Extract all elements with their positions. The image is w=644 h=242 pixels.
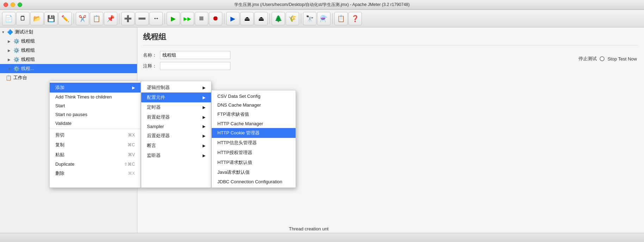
ctx-l2-listener[interactable]: 监听器 ▶	[141, 151, 211, 160]
ctx-l2-assertion[interactable]: 断言 ▶	[141, 141, 211, 151]
tg3-label: 线程组	[21, 56, 35, 63]
ctx-l2-logic-arrow: ▶	[203, 85, 205, 90]
start-nopause-button[interactable]: ▶▶	[181, 12, 194, 25]
copy-button[interactable]: 📋	[90, 12, 103, 25]
ctx-l2-timer-arrow: ▶	[203, 105, 205, 110]
test-plan-label: 测试计划	[15, 29, 33, 35]
zoom-button[interactable]: ↔️	[149, 12, 163, 25]
sidebar-item-thread-group-1[interactable]: ▶ ⚙️ 线程组	[0, 37, 137, 46]
ctx-l3-http-cache[interactable]: HTTP Cache Manager	[212, 119, 296, 128]
ctx-l3-dns[interactable]: DNS Cache Manager	[212, 101, 296, 109]
ctx-item-copy[interactable]: 复制 ⌘C	[50, 140, 141, 150]
search-button[interactable]: 🔭	[303, 12, 316, 25]
ctx-l2-timer[interactable]: 定时器 ▶	[141, 102, 211, 112]
ctx-item-cut[interactable]: 剪切 ⌘X	[50, 130, 141, 140]
context-menu-l1: 添加 ▶ Add Think Times to children Start S…	[49, 81, 141, 188]
ctx-item-paste[interactable]: 粘贴 ⌘V	[50, 150, 141, 160]
ctx-item-add[interactable]: 添加 ▶	[50, 83, 141, 93]
ctx-item-start[interactable]: Start	[50, 101, 141, 110]
list-button[interactable]: 📋	[334, 12, 348, 25]
edit-button[interactable]: ✏️	[58, 12, 72, 25]
collapse-button[interactable]: ➖	[135, 12, 149, 25]
sidebar-item-thread-group-2[interactable]: ▶ ⚙️ 线程组	[0, 46, 137, 55]
ctx-l2-config-label: 配置元件	[147, 94, 165, 101]
ctx-l3-csv[interactable]: CSV Data Set Config	[212, 92, 296, 101]
tg2-label: 线程组	[21, 47, 35, 53]
clear-button[interactable]: 🌲	[272, 12, 285, 25]
stop-test-row: 停止测试 Stop Test Now	[578, 56, 637, 62]
ctx-l3-java-default-label: Java请求默认值	[217, 169, 250, 176]
ctx-l2-assertion-arrow: ▶	[203, 144, 205, 148]
ctx-add-label: 添加	[55, 84, 64, 91]
status-bar	[0, 233, 644, 242]
func-helper-button[interactable]: ⚗️	[317, 12, 330, 25]
ctx-l2-config[interactable]: 配置元件 ▶	[141, 93, 211, 102]
comment-input[interactable]	[160, 62, 230, 70]
ctx-l2-sampler[interactable]: Sampler ▶	[141, 122, 211, 131]
ctx-l3-http-header[interactable]: HTTP信息头管理器	[212, 138, 296, 148]
ctx-l2-sampler-label: Sampler	[147, 124, 164, 129]
ctx-l3-jdbc-label: JDBC Connection Configuration	[217, 179, 282, 184]
ctx-duplicate-shortcut: ⇧⌘C	[113, 162, 135, 167]
ctx-l3-http-cookie[interactable]: HTTP Cookie 管理器	[212, 128, 296, 138]
thread-creation-text: Thread creation unt	[289, 226, 329, 231]
ctx-cut-shortcut: ⌘X	[117, 133, 135, 138]
ctx-l2-logic[interactable]: 逻辑控制器 ▶	[141, 83, 211, 93]
ctx-delete-label: 删除	[55, 170, 64, 177]
ctx-item-validate[interactable]: Validate	[50, 119, 141, 128]
ctx-sep1	[50, 129, 141, 129]
remote-stop-button[interactable]: ⏏	[240, 12, 254, 25]
sidebar-item-thread-group-3[interactable]: ▶ ⚙️ 线程组	[0, 55, 137, 64]
ctx-l3-java-default[interactable]: Java请求默认值	[212, 167, 296, 177]
stop-all-button[interactable]: ⏹	[195, 12, 208, 25]
ctx-l2-postprocessor-label: 后置处理器	[147, 133, 170, 139]
sep2	[119, 13, 119, 24]
context-menu-l2: 逻辑控制器 ▶ 配置元件 ▶ 定时器 ▶ 前置处理器 ▶ Sampler ▶ 后…	[141, 81, 211, 188]
ctx-l2-preprocessor[interactable]: 前置处理器 ▶	[141, 112, 211, 122]
help-button[interactable]: ❓	[348, 12, 362, 25]
toggle-tg3: ▶	[8, 58, 13, 62]
ctx-item-think-times[interactable]: Add Think Times to children	[50, 93, 141, 101]
name-input[interactable]	[160, 51, 230, 59]
open-button[interactable]: 📂	[30, 12, 44, 25]
context-menu-l3: CSV Data Set Config DNS Cache Manager FT…	[211, 90, 296, 188]
ctx-l3-jdbc[interactable]: JDBC Connection Configuration	[212, 177, 296, 186]
context-menu-container: 添加 ▶ Add Think Times to children Start S…	[49, 81, 296, 188]
close-button[interactable]	[4, 2, 8, 7]
ctx-l3-http-cookie-label: HTTP Cookie 管理器	[217, 130, 260, 136]
stop-now-button[interactable]: ⏺	[209, 12, 222, 25]
comment-row: 注释：	[143, 62, 638, 70]
remote-start-button[interactable]: ▶	[226, 12, 240, 25]
new-button[interactable]: 📄	[2, 12, 16, 25]
remote-stop2-button[interactable]: ⏏	[254, 12, 268, 25]
stop-test-radio[interactable]	[600, 56, 605, 61]
ctx-l3-http-auth[interactable]: HTTP授权管理器	[212, 148, 296, 158]
ctx-l2-postprocessor[interactable]: 后置处理器 ▶	[141, 131, 211, 141]
name-label: 名称：	[143, 52, 157, 58]
clear-all-button[interactable]: 🌾	[286, 12, 299, 25]
expand-button[interactable]: ➕	[121, 12, 135, 25]
minimize-button[interactable]	[11, 2, 15, 7]
paste-button[interactable]: 📌	[104, 12, 117, 25]
ctx-item-delete[interactable]: 删除 ⌘X	[50, 168, 141, 178]
maximize-button[interactable]	[18, 2, 22, 7]
template-button[interactable]: 🗒	[16, 12, 30, 25]
sep5	[270, 13, 270, 24]
tg4-icon: ⚙️	[13, 65, 20, 72]
cut-button[interactable]: ✂️	[76, 12, 89, 25]
ctx-l2-listener-arrow: ▶	[203, 153, 205, 158]
save-button[interactable]: 💾	[44, 12, 58, 25]
ctx-l3-ftp[interactable]: FTP请求缺省值	[212, 109, 296, 119]
toggle-test-plan: ▼	[1, 30, 6, 34]
ctx-paste-label: 粘贴	[55, 152, 64, 158]
sidebar-item-test-plan[interactable]: ▼ 🔷 测试计划	[0, 27, 137, 37]
start-button[interactable]: ▶	[167, 12, 180, 25]
ctx-item-start-no-pauses[interactable]: Start no pauses	[50, 110, 141, 119]
ctx-l3-http-header-label: HTTP信息头管理器	[217, 140, 257, 146]
ctx-l3-http-default[interactable]: HTTP请求默认值	[212, 158, 296, 167]
ctx-item-duplicate[interactable]: Duplicate ⇧⌘C	[50, 160, 141, 168]
tg1-icon: ⚙️	[13, 38, 20, 45]
sep6	[301, 13, 301, 24]
sidebar-item-thread-group-4[interactable]: ▼ ⚙️ 线程...	[0, 64, 137, 73]
ctx-l2-sampler-arrow: ▶	[203, 124, 205, 129]
